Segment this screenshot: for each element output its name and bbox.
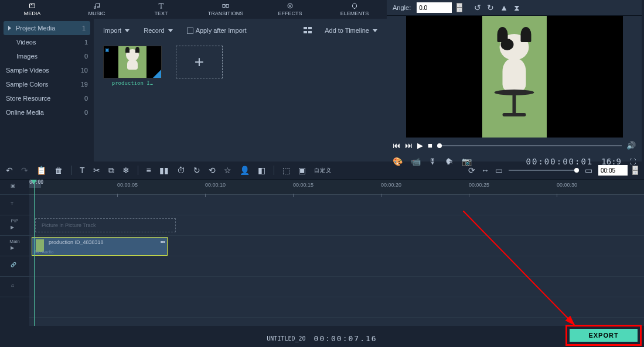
tab-elements[interactable]: ELEMENTS bbox=[322, 0, 387, 19]
media-thumbnail[interactable]: ▣ production I… bbox=[103, 46, 162, 86]
cut-icon[interactable]: ✂ bbox=[93, 166, 100, 175]
pip-track-icon: ▶ bbox=[11, 225, 19, 233]
star-icon[interactable]: ☆ bbox=[224, 166, 231, 175]
sidebar-item-images[interactable]: Images 0 bbox=[0, 49, 94, 63]
sidebar-item-store-resource[interactable]: Store Resource 0 bbox=[0, 91, 94, 105]
track-label-text[interactable]: T bbox=[0, 195, 29, 215]
text-tool-icon[interactable]: T bbox=[80, 166, 85, 175]
track-audio[interactable] bbox=[29, 277, 644, 297]
voice-icon[interactable]: 🗣 bbox=[445, 157, 454, 166]
mic-icon[interactable]: 🎙 bbox=[429, 157, 437, 166]
plus-icon: + bbox=[195, 53, 204, 71]
duration-spinner[interactable]: ▴▾ bbox=[632, 166, 638, 175]
rotate-right-icon[interactable]: ↻ bbox=[487, 3, 494, 13]
undo-icon[interactable]: ↶ bbox=[6, 166, 13, 175]
copy-icon[interactable]: 📋 bbox=[36, 166, 46, 175]
sidebar-item-online-media[interactable]: Online Media 0 bbox=[0, 105, 94, 119]
person-icon[interactable]: 👤 bbox=[240, 166, 250, 175]
track-label-overview[interactable]: ▣ bbox=[0, 180, 29, 195]
shapes-icon[interactable]: ◧ bbox=[258, 166, 265, 175]
loop-icon[interactable]: ⟲ bbox=[209, 166, 216, 175]
angle-spinner[interactable]: ▴▾ bbox=[456, 3, 462, 12]
export-button[interactable]: EXPORT bbox=[570, 329, 638, 342]
freeze-icon[interactable]: ❄ bbox=[122, 166, 130, 175]
chevron-down-icon bbox=[373, 29, 377, 32]
sidebar-label: Images bbox=[16, 53, 38, 60]
import-button[interactable]: Import bbox=[103, 27, 130, 34]
color-icon[interactable]: 🎨 bbox=[393, 157, 403, 166]
flip-horizontal-icon[interactable]: ▲ bbox=[500, 3, 508, 13]
delete-icon[interactable]: 🗑 bbox=[54, 166, 63, 175]
track-label-main[interactable]: Main ▶ bbox=[0, 236, 29, 256]
play-button[interactable]: ▶ bbox=[417, 141, 423, 150]
sidebar-item-videos[interactable]: Videos 1 bbox=[0, 35, 94, 49]
progress-slider[interactable] bbox=[437, 145, 622, 146]
tab-effects[interactable]: EFFECTS bbox=[258, 0, 322, 19]
volume-icon[interactable]: 🔊 bbox=[626, 141, 636, 150]
track-main[interactable]: production ID_4838318 No Audio ••• bbox=[29, 236, 644, 256]
duration-input[interactable] bbox=[598, 165, 628, 176]
prev-button[interactable]: ⏮ bbox=[393, 141, 400, 150]
track-label-link[interactable]: 🔗 bbox=[0, 256, 29, 277]
ruler-tick: 00:00:15 bbox=[293, 182, 314, 188]
zoom-slider[interactable] bbox=[509, 170, 579, 171]
tab-transitions[interactable]: TRANSITIONS bbox=[193, 0, 258, 19]
sidebar-item-sample-colors[interactable]: Sample Colors 19 bbox=[0, 77, 94, 91]
rotate-left-icon[interactable]: ↺ bbox=[474, 3, 481, 13]
align-icon[interactable]: ≡ bbox=[146, 166, 151, 175]
track-extra[interactable] bbox=[29, 297, 644, 318]
track-label-pip[interactable]: PIP ▶ bbox=[0, 215, 29, 236]
crop-icon[interactable]: ⬚ bbox=[282, 166, 290, 175]
text-track-icon: T bbox=[11, 201, 19, 209]
speed-icon[interactable]: ⏱ bbox=[177, 166, 185, 175]
sync-icon[interactable]: ⟳ bbox=[468, 166, 475, 175]
sidebar-label: Store Resource bbox=[6, 95, 50, 102]
camera-record-icon[interactable]: 📹 bbox=[411, 157, 421, 166]
track-link[interactable] bbox=[29, 256, 644, 277]
checkbox-icon bbox=[187, 28, 193, 34]
angle-label: Angle: bbox=[393, 4, 411, 11]
tab-music-label: MUSIC bbox=[88, 11, 105, 16]
hd-badge-icon: ▣ bbox=[105, 47, 110, 53]
sidebar-label: Sample Videos bbox=[6, 67, 49, 74]
sidebar-list: Project Media 1 Videos 1 Images 0 Sample… bbox=[0, 19, 94, 122]
record-label: Record bbox=[144, 27, 164, 34]
record-button[interactable]: Record bbox=[144, 27, 172, 34]
tab-music[interactable]: MUSIC bbox=[64, 0, 129, 19]
sidebar-item-project-media[interactable]: Project Media 1 bbox=[4, 21, 90, 35]
track-label-audio[interactable]: ♫ bbox=[0, 277, 29, 297]
track-pip[interactable]: Picture in Picture Track bbox=[29, 215, 644, 236]
track-text[interactable] bbox=[29, 195, 644, 215]
dog-image bbox=[492, 34, 537, 116]
stop-button[interactable]: ■ bbox=[428, 141, 432, 150]
ruler-tick: 00:00:05 bbox=[117, 182, 138, 188]
resize-icon[interactable]: ▣ bbox=[298, 166, 306, 175]
apply-after-import-checkbox[interactable]: Apply after Import bbox=[187, 27, 247, 34]
grid-view-icon[interactable] bbox=[304, 27, 313, 34]
playhead[interactable] bbox=[34, 180, 35, 326]
bars-icon[interactable]: ▮▮ bbox=[159, 166, 169, 175]
next-button[interactable]: ⏭ bbox=[405, 141, 413, 150]
timeline-ruler[interactable]: 00:00 00:00:05 00:00:10 00:00:15 00:00:2… bbox=[29, 180, 644, 195]
fullscreen-icon[interactable]: ⛶ bbox=[629, 158, 636, 165]
split-icon[interactable]: ⧉ bbox=[108, 166, 114, 176]
add-timeline-label: Add to Timeline bbox=[325, 27, 369, 34]
zoom-out-icon[interactable]: ▭ bbox=[495, 166, 503, 175]
add-to-timeline-button[interactable]: Add to Timeline bbox=[325, 27, 377, 34]
sidebar-count: 0 bbox=[84, 109, 88, 116]
flip-vertical-icon[interactable]: ⧗ bbox=[514, 3, 520, 13]
fit-icon[interactable]: ↔ bbox=[481, 166, 489, 175]
tab-media[interactable]: MEDIA bbox=[0, 0, 64, 19]
clip-menu-icon[interactable]: ••• bbox=[160, 239, 165, 245]
angle-input[interactable] bbox=[417, 2, 452, 13]
pip-placeholder-label: Picture in Picture Track bbox=[42, 222, 96, 228]
main-clip[interactable]: production ID_4838318 No Audio ••• bbox=[32, 237, 168, 256]
add-media-button[interactable]: + bbox=[176, 46, 223, 78]
zoom-in-icon[interactable]: ▭ bbox=[585, 166, 592, 175]
redo-icon[interactable]: ↷ bbox=[21, 166, 28, 175]
sidebar-item-sample-videos[interactable]: Sample Videos 10 bbox=[0, 63, 94, 77]
reverse-icon[interactable]: ↻ bbox=[193, 166, 200, 175]
tab-text[interactable]: TEXT bbox=[129, 0, 193, 19]
sidebar-count: 1 bbox=[82, 25, 86, 32]
transitions-icon bbox=[221, 2, 230, 9]
